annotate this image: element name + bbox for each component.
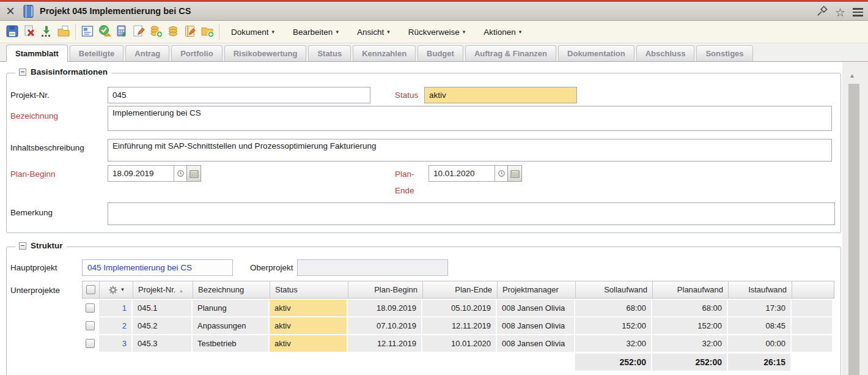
bemerkung-textarea[interactable]	[108, 202, 835, 225]
table-totals-row: 252:00 252:00 26:15	[82, 354, 834, 371]
menu-bar: Dokument▾ Bearbeiten▾ Ansicht▾ Rückverwe…	[231, 28, 521, 37]
copy-button[interactable]	[55, 23, 72, 40]
download-arrow-icon	[39, 24, 54, 40]
bezeichnung-textarea[interactable]: Implementierung bei CS	[108, 106, 832, 131]
plan-beginn-input[interactable]	[108, 165, 174, 182]
tab-sonstiges[interactable]: Sonstiges	[696, 45, 752, 61]
column-header-projekt-nr[interactable]: Projekt-Nr.▲	[133, 281, 193, 298]
favorite-star-icon[interactable]: ☆	[835, 7, 845, 18]
collapse-icon[interactable]	[19, 69, 26, 76]
clock-icon[interactable]	[495, 165, 507, 182]
hauptprojekt-link[interactable]: 045 Implementierung bei CS	[82, 259, 233, 276]
projekt-nr-input[interactable]	[108, 87, 370, 103]
cell-plan-ende: 12.11.2019	[422, 317, 496, 334]
edit-journal-button[interactable]	[182, 23, 199, 40]
column-header-plan-ende[interactable]: Plan-Ende	[423, 281, 498, 298]
menu-ansicht[interactable]: Ansicht▾	[357, 28, 390, 37]
tab-beteiligte[interactable]: Beteiligte	[70, 45, 124, 61]
plan-ende-label: Plan- Ende	[395, 166, 414, 199]
cell-projekt-nr: 045.3	[133, 335, 191, 352]
total-istaufwand: 26:15	[728, 354, 790, 371]
tab-budget[interactable]: Budget	[417, 45, 463, 61]
status-input[interactable]	[424, 87, 577, 103]
column-header-istaufwand[interactable]: Istaufwand	[729, 281, 792, 298]
cell-status: aktiv	[270, 335, 347, 352]
column-header-plan-beginn[interactable]: Plan-Beginn	[348, 281, 423, 298]
tab-dokumentation[interactable]: Dokumentation	[558, 45, 634, 61]
export-button[interactable]	[38, 23, 55, 40]
tab-stammblatt[interactable]: Stammblatt	[6, 45, 68, 62]
project-structure-button[interactable]	[79, 23, 96, 40]
add-costs-button[interactable]	[147, 23, 164, 40]
pin-icon[interactable]	[816, 6, 828, 19]
row-number-link[interactable]: 3	[99, 335, 131, 352]
cell-planaufwand: 152:00	[652, 317, 727, 334]
close-icon[interactable]: ×	[0, 3, 21, 19]
copy-folder-icon	[56, 24, 71, 40]
application-window: × Projekt 045 Implementierung bei CS ☆ D…	[0, 0, 868, 375]
cell-planaufwand: 32:00	[652, 335, 727, 352]
column-header-projektmanager[interactable]: Projektmanager	[498, 281, 576, 298]
tab-portfolio[interactable]: Portfolio	[171, 45, 222, 61]
inhaltsbeschreibung-textarea[interactable]: Einführung mit SAP-Schnittstellen und Pr…	[108, 139, 832, 162]
chevron-down-icon: ▾	[336, 29, 339, 35]
collapse-icon[interactable]	[19, 242, 26, 250]
menu-bearbeiten[interactable]: Bearbeiten▾	[293, 28, 339, 37]
cell-plan-ende: 05.10.2019	[422, 300, 496, 316]
tab-abschluss[interactable]: Abschluss	[636, 45, 695, 61]
menu-rueckverweise[interactable]: Rückverweise▾	[408, 28, 466, 37]
row-checkbox[interactable]	[86, 321, 95, 330]
toolbar: Dokument▾ Bearbeiten▾ Ansicht▾ Rückverwe…	[0, 21, 868, 43]
cell-planaufwand: 68:00	[652, 300, 727, 316]
calendar-icon[interactable]	[507, 165, 522, 182]
costs-button[interactable]	[164, 23, 182, 40]
plan-ende-input[interactable]	[428, 165, 495, 182]
chevron-down-icon: ▾	[272, 29, 275, 35]
row-number-link[interactable]: 2	[99, 317, 131, 334]
cell-empty	[792, 335, 832, 352]
column-header-status[interactable]: Status	[270, 281, 348, 298]
row-checkbox[interactable]	[86, 339, 95, 348]
save-button[interactable]	[4, 23, 21, 40]
tab-kennzahlen[interactable]: Kennzahlen	[353, 45, 416, 61]
plan-beginn-field	[108, 165, 201, 182]
column-header-bezeichnung[interactable]: Bezeichnung	[193, 281, 270, 298]
table-settings-button[interactable]: ▾	[108, 281, 124, 298]
total-sollaufwand: 252:00	[575, 354, 651, 371]
row-checkbox[interactable]	[86, 303, 95, 313]
cell-plan-beginn: 18.09.2019	[348, 300, 421, 316]
column-header-planaufwand[interactable]: Planaufwand	[653, 281, 729, 298]
section-title: Struktur	[31, 241, 63, 250]
scrollbar-gutter: ▲	[842, 62, 868, 375]
menu-aktionen[interactable]: Aktionen▾	[484, 28, 521, 37]
calculate-button[interactable]	[113, 23, 130, 40]
select-all-checkbox[interactable]	[86, 285, 95, 294]
form-content: Basisinformationen Projekt-Nr. Status Be…	[0, 62, 842, 375]
row-number-link[interactable]: 1	[99, 300, 131, 316]
oberprojekt-field	[297, 259, 448, 276]
column-header-sollaufwand[interactable]: Sollaufwand	[576, 281, 653, 298]
section-basisinformationen: Basisinformationen Projekt-Nr. Status Be…	[6, 73, 841, 233]
delete-button[interactable]	[21, 23, 38, 40]
calendar-icon[interactable]	[186, 165, 201, 182]
page-title: Projekt 045 Implementierung bei CS	[40, 6, 191, 16]
gear-icon	[108, 285, 118, 295]
table-header-row: ▾ Projekt-Nr.▲ Bezeichnung Status Plan-B…	[82, 281, 834, 299]
cell-projektmanager: 008 Jansen Olivia	[497, 335, 574, 352]
scrollbar-thumb[interactable]	[848, 84, 859, 375]
plan-ende-field	[428, 165, 522, 182]
tab-status[interactable]: Status	[308, 45, 351, 61]
add-folder-button[interactable]	[199, 23, 216, 40]
edit-document-button[interactable]	[130, 23, 147, 40]
cell-status: aktiv	[270, 300, 347, 316]
approve-button[interactable]	[96, 23, 113, 40]
tab-antrag[interactable]: Antrag	[125, 45, 169, 61]
structure-icon	[80, 24, 95, 40]
bemerkung-label: Bemerkung	[10, 204, 53, 221]
tab-risikobewertung[interactable]: Risikobewertung	[224, 45, 307, 61]
clock-icon[interactable]	[174, 165, 186, 182]
tab-auftrag-finanzen[interactable]: Auftrag & Finanzen	[465, 45, 556, 61]
menu-icon[interactable]	[853, 8, 863, 17]
scroll-up-arrow[interactable]: ▲	[849, 72, 855, 79]
menu-dokument[interactable]: Dokument▾	[231, 28, 274, 37]
